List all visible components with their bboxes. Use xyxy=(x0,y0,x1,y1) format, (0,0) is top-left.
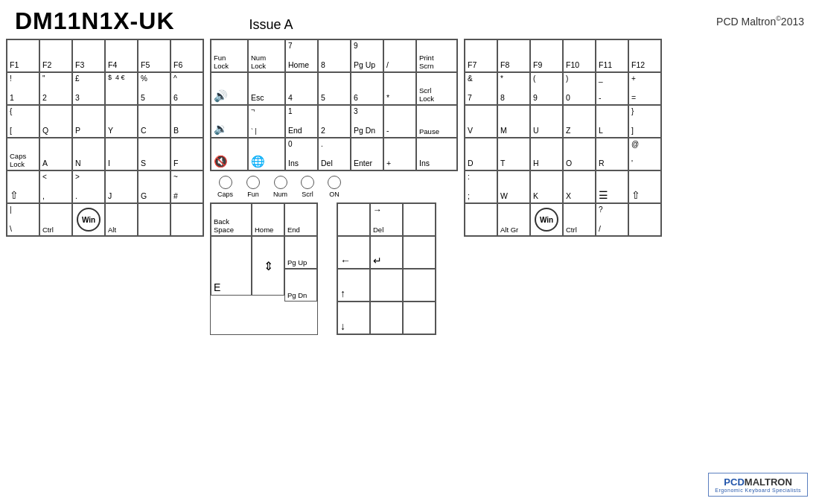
key-b[interactable]: B xyxy=(171,105,203,138)
key-minus[interactable]: - xyxy=(383,105,416,138)
key-3-pgdn[interactable]: 3Pg Dn xyxy=(351,105,383,138)
key-4[interactable]: $ 4 € xyxy=(105,72,138,105)
key-e[interactable]: E xyxy=(211,236,252,296)
key-f6[interactable]: F6 xyxy=(171,39,203,72)
key-alt-left[interactable]: Alt xyxy=(105,203,138,236)
key-6[interactable]: ^6 xyxy=(171,72,203,105)
key-mute[interactable]: 🔇 xyxy=(211,138,248,170)
key-enter-arrow[interactable]: ↵ xyxy=(370,236,403,269)
key-o[interactable]: O xyxy=(563,138,596,170)
key-slash[interactable]: / xyxy=(383,39,416,72)
key-p[interactable]: P xyxy=(72,105,105,138)
key-plus[interactable]: + xyxy=(383,138,416,170)
key-asterisk[interactable]: * xyxy=(383,72,416,105)
key-q[interactable]: Q xyxy=(39,105,72,138)
key-5[interactable]: 5 xyxy=(318,72,351,105)
key-1[interactable]: !1 xyxy=(7,72,39,105)
key-f4[interactable]: F4 xyxy=(105,39,138,72)
key-x[interactable]: X xyxy=(563,170,596,203)
key-fun-lock[interactable]: FunLock xyxy=(211,39,248,72)
key-w[interactable]: W xyxy=(497,170,530,203)
key-arrow-left[interactable]: ← xyxy=(337,236,370,269)
key-ampersand[interactable]: &7 xyxy=(465,72,497,105)
key-v[interactable]: V xyxy=(465,105,497,138)
key-pipe[interactable]: |\ xyxy=(7,203,39,236)
key-underscore[interactable]: _- xyxy=(596,72,628,105)
key-a[interactable]: A xyxy=(39,138,72,170)
key-n[interactable]: N xyxy=(72,138,105,170)
key-arrow-down[interactable]: ↓ xyxy=(337,302,370,334)
key-vol-down[interactable]: 🔉 xyxy=(211,105,248,138)
key-y[interactable]: Y xyxy=(105,105,138,138)
key-ins[interactable]: Ins xyxy=(416,138,457,170)
key-ctrl-left[interactable]: Ctrl xyxy=(39,203,72,236)
key-2[interactable]: 2 xyxy=(318,105,351,138)
key-print-scrn[interactable]: PrintScrn xyxy=(416,39,457,72)
key-esc[interactable]: Esc xyxy=(248,72,285,105)
key-0-ins[interactable]: 0Ins xyxy=(285,138,318,170)
key-equals[interactable]: += xyxy=(628,72,661,105)
key-win-right[interactable]: Win xyxy=(530,203,563,236)
key-3[interactable]: £3 xyxy=(72,72,105,105)
key-arrow-up[interactable]: ↑ xyxy=(337,269,370,302)
key-r[interactable]: R xyxy=(596,138,628,170)
key-pgdn[interactable]: Pg Dn xyxy=(284,269,317,302)
key-t[interactable]: T xyxy=(497,138,530,170)
key-altgr[interactable]: Alt Gr xyxy=(497,203,530,236)
key-f9[interactable]: F9 xyxy=(530,39,563,72)
key-caps-lock[interactable]: CapsLock xyxy=(7,138,39,170)
key-question[interactable]: ?/ xyxy=(596,203,628,236)
key-vol-up[interactable]: 🔊 xyxy=(211,72,248,105)
key-h[interactable]: H xyxy=(530,138,563,170)
key-7[interactable]: 7Home xyxy=(285,39,318,72)
key-j[interactable]: J xyxy=(105,170,138,203)
key-s[interactable]: S xyxy=(138,138,171,170)
key-f12[interactable]: F12 xyxy=(628,39,661,72)
key-home-nav[interactable]: Home xyxy=(252,203,284,236)
key-arrow-right-del[interactable]: →Del xyxy=(370,203,403,236)
key-pgup[interactable]: Pg Up xyxy=(284,236,317,269)
key-period[interactable]: >. xyxy=(72,170,105,203)
key-www[interactable]: 🌐 xyxy=(248,138,285,170)
key-c[interactable]: C xyxy=(138,105,171,138)
key-colon[interactable]: :; xyxy=(465,170,497,203)
key-g[interactable]: G xyxy=(138,170,171,203)
key-9[interactable]: 9Pg Up xyxy=(351,39,383,72)
key-m[interactable]: M xyxy=(497,105,530,138)
key-k[interactable]: K xyxy=(530,170,563,203)
key-z[interactable]: Z xyxy=(563,105,596,138)
key-f1[interactable]: F1 xyxy=(7,39,39,72)
key-f5[interactable]: F5 xyxy=(138,39,171,72)
key-at[interactable]: @' xyxy=(628,138,661,170)
key-comma[interactable]: <, xyxy=(39,170,72,203)
key-closeparen[interactable]: )0 xyxy=(563,72,596,105)
key-ctrl-right[interactable]: Ctrl xyxy=(563,203,596,236)
key-f11[interactable]: F11 xyxy=(596,39,628,72)
key-f10[interactable]: F10 xyxy=(563,39,596,72)
key-openparen[interactable]: (9 xyxy=(530,72,563,105)
key-backtick[interactable]: ¬` | xyxy=(248,105,285,138)
key-5[interactable]: %5 xyxy=(138,72,171,105)
key-f8[interactable]: F8 xyxy=(497,39,530,72)
key-6[interactable]: 6 xyxy=(351,72,383,105)
key-f-letter[interactable]: F xyxy=(171,138,203,170)
key-u[interactable]: U xyxy=(530,105,563,138)
key-d[interactable]: D xyxy=(465,138,497,170)
key-win-left[interactable]: Win xyxy=(72,203,105,236)
key-asterisk-8[interactable]: *8 xyxy=(497,72,530,105)
key-backspace[interactable]: BackSpace xyxy=(211,203,252,236)
key-shift-left[interactable]: ⇧ xyxy=(7,170,39,203)
key-bracket[interactable]: {[ xyxy=(7,105,39,138)
key-close-brace[interactable]: }] xyxy=(628,105,661,138)
key-end-nav[interactable]: End xyxy=(284,203,317,236)
key-8[interactable]: 8 xyxy=(318,39,351,72)
key-tab-like[interactable]: ⇕ xyxy=(252,236,284,296)
key-enter[interactable]: Enter xyxy=(351,138,383,170)
key-f7[interactable]: F7 xyxy=(465,39,497,72)
key-scrl-lock[interactable]: ScrlLock xyxy=(416,72,457,105)
key-l[interactable]: L xyxy=(596,105,628,138)
key-num-lock[interactable]: NumLock xyxy=(248,39,285,72)
key-f2[interactable]: F2 xyxy=(39,39,72,72)
key-2[interactable]: "2 xyxy=(39,72,72,105)
key-f3[interactable]: F3 xyxy=(72,39,105,72)
